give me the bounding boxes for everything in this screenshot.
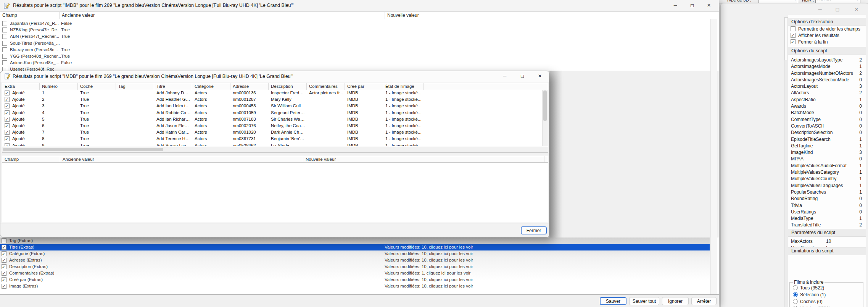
grid-horizontal-scrollbar[interactable]: [2, 147, 548, 152]
results-window-titlebar[interactable]: Résultats pour le script "IMDB" pour le …: [0, 0, 719, 11]
result-row[interactable]: Ajouté7TrueAdd Katrin Cartli...Actorsnm0…: [2, 129, 543, 136]
row-checkbox[interactable]: [2, 251, 6, 256]
close-icon[interactable]: ✕: [531, 71, 548, 81]
row-checkbox[interactable]: [2, 258, 6, 263]
column-header-adresse[interactable]: Adresse: [230, 83, 269, 90]
script-option-row[interactable]: AllActors2: [788, 90, 866, 96]
result-row[interactable]: Ajouté4TrueAdd Robbie Coltr...Actorsnm00…: [2, 110, 543, 116]
modified-values-link[interactable]: Valeurs modifiées: 10, cliquez ici pour …: [385, 263, 473, 270]
column-header-comm[interactable]: Commentaires: [307, 83, 345, 90]
script-option-row[interactable]: MediaType1: [788, 215, 866, 222]
films-include-option[interactable]: Sélection (1): [790, 292, 863, 298]
script-param-row[interactable]: MaxActors10: [788, 238, 866, 245]
field-row[interactable]: Anime-Kun (Perso48e_...False: [0, 60, 710, 66]
grid-vertical-scrollbar[interactable]: [542, 90, 548, 146]
maximize-icon[interactable]: ◻: [514, 71, 531, 81]
field-row[interactable]: Titre (Extras)Valeurs modifiées: 10, cli…: [0, 244, 710, 250]
result-row[interactable]: Ajouté1TrueAdd Johnny Dep...Actorsnm0000…: [2, 90, 543, 96]
field-row[interactable]: Catégorie (Extras)Valeurs modifiées: 10,…: [0, 250, 710, 257]
row-checkbox[interactable]: [2, 238, 6, 243]
sidebar-scrollbar-thumb[interactable]: [784, 18, 788, 60]
script-option-row[interactable]: ActorsImagesMode1: [788, 63, 866, 70]
result-row[interactable]: Ajouté6TrueAdd Jason Flemy...Actorsnm000…: [2, 123, 543, 129]
result-row[interactable]: Ajouté8TrueAdd Terence Har...Actorsnm036…: [2, 136, 543, 142]
maximize-icon[interactable]: ◻: [684, 0, 701, 11]
column-header-tag[interactable]: Tag: [116, 83, 154, 90]
field-row[interactable]: Adresse (Extras)Valeurs modifiées: 10, c…: [0, 257, 710, 263]
column-header-cat[interactable]: Catégorie: [192, 83, 230, 90]
script-option-row[interactable]: ActorsLayout3: [788, 83, 866, 90]
column-header-nouvelle-valeur[interactable]: Nouvelle valeur: [385, 12, 718, 19]
radio-button[interactable]: [793, 299, 798, 304]
exec-option[interactable]: Fermer à la fin: [788, 39, 866, 45]
row-checkbox[interactable]: [5, 123, 10, 128]
script-option-row[interactable]: ActorsImagesLayoutType2: [788, 57, 866, 63]
row-checkbox[interactable]: [2, 54, 7, 59]
script-option-row[interactable]: BatchMode0: [788, 110, 866, 116]
column-header-ancienne-valeur[interactable]: Ancienne valeur: [60, 156, 303, 162]
row-checkbox[interactable]: [2, 21, 7, 26]
script-option-row[interactable]: MultipleValuesLanguages1: [788, 183, 866, 189]
column-header-etat[interactable]: État de l'image: [383, 83, 424, 90]
films-include-option[interactable]: Cochés (0): [790, 299, 863, 305]
field-row[interactable]: Commentaires (Extras)Valeurs modifiées: …: [0, 270, 710, 276]
option-checkbox[interactable]: [791, 39, 796, 44]
row-checkbox[interactable]: [2, 271, 6, 276]
row-checkbox[interactable]: [2, 264, 6, 269]
minimize-icon[interactable]: ─: [667, 0, 684, 11]
column-header-coche[interactable]: Coché: [78, 83, 116, 90]
field-row[interactable]: Blu-ray.com (Perso48c...True: [0, 47, 710, 53]
script-option-row[interactable]: MultipleValuesCountry1: [788, 176, 866, 182]
script-option-row[interactable]: TranslatedTitle2: [788, 222, 866, 228]
script-option-row[interactable]: ActorsImagesNumberOfActors2: [788, 70, 866, 77]
row-checkbox[interactable]: [5, 90, 10, 95]
row-checkbox[interactable]: [2, 41, 7, 46]
films-include-option[interactable]: Tous (3522): [790, 285, 863, 291]
minimize-icon[interactable]: ─: [496, 71, 513, 81]
films-include-option[interactable]: Visibles (3522): [790, 305, 863, 307]
column-header-champ[interactable]: Champ: [2, 156, 60, 162]
row-checkbox[interactable]: [5, 110, 10, 115]
row-checkbox[interactable]: [2, 27, 7, 32]
result-row[interactable]: Ajouté2TrueAdd Heather Gra...Actorsnm000…: [2, 96, 543, 103]
exec-option[interactable]: Permettre de vider les champs: [788, 26, 866, 32]
grid-hscroll-thumb[interactable]: [3, 148, 163, 151]
row-checkbox[interactable]: [5, 130, 10, 135]
modified-values-link[interactable]: Valeurs modifiées: 1, cliquez ici pour l…: [385, 270, 470, 276]
field-row[interactable]: Tag (Extras): [0, 238, 710, 244]
field-row[interactable]: Sous-Titres (Perso48a_...: [0, 40, 710, 47]
column-header-cree[interactable]: Créé par: [345, 83, 383, 90]
option-checkbox[interactable]: [791, 33, 796, 38]
field-row[interactable]: ABN (Perso47f_Recher...True: [0, 33, 710, 40]
script-option-row[interactable]: ActorsImagesSelectionMode0: [788, 77, 866, 83]
stop-button[interactable]: Arrêter: [691, 297, 717, 305]
close-dialog-button[interactable]: Fermer: [521, 226, 547, 234]
script-option-row[interactable]: Trivia0: [788, 202, 866, 209]
modified-values-link[interactable]: Valeurs modifiées: 10, cliquez ici pour …: [385, 250, 473, 257]
maximize-icon[interactable]: ◻: [832, 5, 843, 14]
modified-values-link[interactable]: Valeurs modifiées: 10, cliquez ici pour …: [385, 283, 473, 289]
modified-values-link[interactable]: Valeurs modifiées: 10, cliquez ici pour …: [385, 276, 473, 283]
script-option-row[interactable]: CommentType0: [788, 116, 866, 123]
dialog-titlebar[interactable]: Résultats pour le script "IMDB" pour le …: [0, 71, 549, 82]
column-header-titre[interactable]: Titre: [154, 83, 192, 90]
script-option-row[interactable]: DescriptionSelection0: [788, 129, 866, 136]
option-checkbox[interactable]: [791, 26, 796, 31]
result-row[interactable]: Ajouté9TrueAdd Susan Lynch...Actorsnm052…: [2, 142, 543, 147]
column-header-nouvelle-valeur[interactable]: Nouvelle valeur: [303, 156, 544, 162]
row-checkbox[interactable]: [5, 117, 10, 122]
script-option-row[interactable]: ImageKind3: [788, 149, 866, 156]
save-all-button[interactable]: Sauver tout: [629, 297, 659, 305]
row-checkbox[interactable]: [2, 245, 6, 250]
column-header-num[interactable]: Numéro: [40, 83, 78, 90]
script-option-row[interactable]: EpisodeTitleSearch1: [788, 136, 866, 143]
modified-values-link[interactable]: Valeurs modifiées: 10, cliquez ici pour …: [385, 244, 473, 250]
column-header-ancienne-valeur[interactable]: Ancienne valeur: [60, 12, 385, 19]
script-option-row[interactable]: MultipleValuesCategory1: [788, 169, 866, 176]
field-row[interactable]: YGG (Perso48d_Recher...True: [0, 53, 710, 60]
script-option-row[interactable]: RoundRating0: [788, 196, 866, 202]
script-option-row[interactable]: MPAA0: [788, 156, 866, 162]
field-row[interactable]: Image (Extras)Valeurs modifiées: 10, cli…: [0, 283, 710, 289]
column-header-champ[interactable]: Champ: [0, 12, 60, 19]
field-row[interactable]: Créé par (Extras)Valeurs modifiées: 10, …: [0, 276, 710, 283]
